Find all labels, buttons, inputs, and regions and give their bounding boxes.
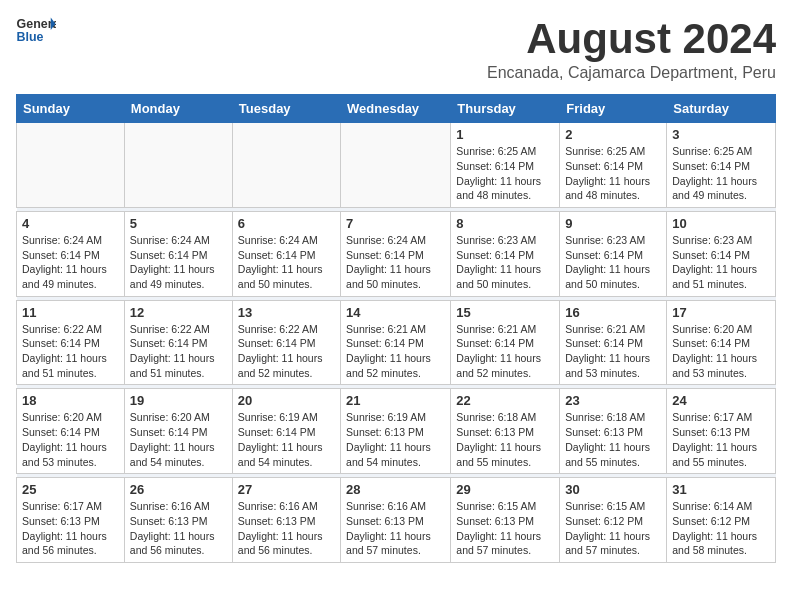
- calendar-day-20: 20Sunrise: 6:19 AM Sunset: 6:14 PM Dayli…: [232, 389, 340, 474]
- day-info: Sunrise: 6:14 AM Sunset: 6:12 PM Dayligh…: [672, 499, 770, 558]
- day-info: Sunrise: 6:18 AM Sunset: 6:13 PM Dayligh…: [565, 410, 661, 469]
- day-info: Sunrise: 6:24 AM Sunset: 6:14 PM Dayligh…: [130, 233, 227, 292]
- day-number: 3: [672, 127, 770, 142]
- day-number: 6: [238, 216, 335, 231]
- day-info: Sunrise: 6:21 AM Sunset: 6:14 PM Dayligh…: [456, 322, 554, 381]
- calendar-day-8: 8Sunrise: 6:23 AM Sunset: 6:14 PM Daylig…: [451, 211, 560, 296]
- page-header: General Blue August 2024 Encanada, Cajam…: [16, 16, 776, 82]
- calendar-empty-cell: [17, 123, 125, 208]
- day-number: 11: [22, 305, 119, 320]
- day-info: Sunrise: 6:23 AM Sunset: 6:14 PM Dayligh…: [565, 233, 661, 292]
- day-number: 16: [565, 305, 661, 320]
- day-number: 9: [565, 216, 661, 231]
- calendar-day-15: 15Sunrise: 6:21 AM Sunset: 6:14 PM Dayli…: [451, 300, 560, 385]
- calendar-day-30: 30Sunrise: 6:15 AM Sunset: 6:12 PM Dayli…: [560, 478, 667, 563]
- weekday-header-saturday: Saturday: [667, 95, 776, 123]
- calendar-week-row: 18Sunrise: 6:20 AM Sunset: 6:14 PM Dayli…: [17, 389, 776, 474]
- day-info: Sunrise: 6:22 AM Sunset: 6:14 PM Dayligh…: [238, 322, 335, 381]
- day-number: 8: [456, 216, 554, 231]
- day-number: 21: [346, 393, 445, 408]
- day-number: 27: [238, 482, 335, 497]
- day-number: 23: [565, 393, 661, 408]
- day-number: 29: [456, 482, 554, 497]
- day-info: Sunrise: 6:20 AM Sunset: 6:14 PM Dayligh…: [22, 410, 119, 469]
- day-number: 5: [130, 216, 227, 231]
- title-section: August 2024 Encanada, Cajamarca Departme…: [487, 16, 776, 82]
- calendar-day-26: 26Sunrise: 6:16 AM Sunset: 6:13 PM Dayli…: [124, 478, 232, 563]
- weekday-header-tuesday: Tuesday: [232, 95, 340, 123]
- calendar-day-3: 3Sunrise: 6:25 AM Sunset: 6:14 PM Daylig…: [667, 123, 776, 208]
- calendar-day-12: 12Sunrise: 6:22 AM Sunset: 6:14 PM Dayli…: [124, 300, 232, 385]
- day-info: Sunrise: 6:24 AM Sunset: 6:14 PM Dayligh…: [238, 233, 335, 292]
- calendar-table: SundayMondayTuesdayWednesdayThursdayFrid…: [16, 94, 776, 563]
- calendar-day-31: 31Sunrise: 6:14 AM Sunset: 6:12 PM Dayli…: [667, 478, 776, 563]
- calendar-empty-cell: [232, 123, 340, 208]
- weekday-header-row: SundayMondayTuesdayWednesdayThursdayFrid…: [17, 95, 776, 123]
- calendar-day-25: 25Sunrise: 6:17 AM Sunset: 6:13 PM Dayli…: [17, 478, 125, 563]
- day-info: Sunrise: 6:16 AM Sunset: 6:13 PM Dayligh…: [130, 499, 227, 558]
- weekday-header-thursday: Thursday: [451, 95, 560, 123]
- calendar-day-29: 29Sunrise: 6:15 AM Sunset: 6:13 PM Dayli…: [451, 478, 560, 563]
- day-info: Sunrise: 6:22 AM Sunset: 6:14 PM Dayligh…: [22, 322, 119, 381]
- day-info: Sunrise: 6:19 AM Sunset: 6:14 PM Dayligh…: [238, 410, 335, 469]
- weekday-header-sunday: Sunday: [17, 95, 125, 123]
- day-number: 13: [238, 305, 335, 320]
- calendar-day-7: 7Sunrise: 6:24 AM Sunset: 6:14 PM Daylig…: [341, 211, 451, 296]
- day-number: 20: [238, 393, 335, 408]
- calendar-day-17: 17Sunrise: 6:20 AM Sunset: 6:14 PM Dayli…: [667, 300, 776, 385]
- calendar-day-19: 19Sunrise: 6:20 AM Sunset: 6:14 PM Dayli…: [124, 389, 232, 474]
- calendar-day-18: 18Sunrise: 6:20 AM Sunset: 6:14 PM Dayli…: [17, 389, 125, 474]
- svg-text:Blue: Blue: [17, 30, 44, 44]
- calendar-week-row: 25Sunrise: 6:17 AM Sunset: 6:13 PM Dayli…: [17, 478, 776, 563]
- day-number: 12: [130, 305, 227, 320]
- day-info: Sunrise: 6:23 AM Sunset: 6:14 PM Dayligh…: [672, 233, 770, 292]
- day-info: Sunrise: 6:22 AM Sunset: 6:14 PM Dayligh…: [130, 322, 227, 381]
- weekday-header-wednesday: Wednesday: [341, 95, 451, 123]
- calendar-day-10: 10Sunrise: 6:23 AM Sunset: 6:14 PM Dayli…: [667, 211, 776, 296]
- calendar-empty-cell: [124, 123, 232, 208]
- calendar-day-4: 4Sunrise: 6:24 AM Sunset: 6:14 PM Daylig…: [17, 211, 125, 296]
- calendar-day-28: 28Sunrise: 6:16 AM Sunset: 6:13 PM Dayli…: [341, 478, 451, 563]
- day-number: 2: [565, 127, 661, 142]
- day-info: Sunrise: 6:20 AM Sunset: 6:14 PM Dayligh…: [130, 410, 227, 469]
- calendar-day-11: 11Sunrise: 6:22 AM Sunset: 6:14 PM Dayli…: [17, 300, 125, 385]
- day-info: Sunrise: 6:25 AM Sunset: 6:14 PM Dayligh…: [565, 144, 661, 203]
- weekday-header-friday: Friday: [560, 95, 667, 123]
- calendar-day-13: 13Sunrise: 6:22 AM Sunset: 6:14 PM Dayli…: [232, 300, 340, 385]
- day-info: Sunrise: 6:17 AM Sunset: 6:13 PM Dayligh…: [672, 410, 770, 469]
- logo: General Blue: [16, 16, 56, 44]
- day-number: 28: [346, 482, 445, 497]
- day-number: 25: [22, 482, 119, 497]
- weekday-header-monday: Monday: [124, 95, 232, 123]
- calendar-week-row: 4Sunrise: 6:24 AM Sunset: 6:14 PM Daylig…: [17, 211, 776, 296]
- location-subtitle: Encanada, Cajamarca Department, Peru: [487, 64, 776, 82]
- day-number: 24: [672, 393, 770, 408]
- calendar-day-16: 16Sunrise: 6:21 AM Sunset: 6:14 PM Dayli…: [560, 300, 667, 385]
- day-number: 19: [130, 393, 227, 408]
- day-number: 10: [672, 216, 770, 231]
- day-info: Sunrise: 6:17 AM Sunset: 6:13 PM Dayligh…: [22, 499, 119, 558]
- calendar-day-9: 9Sunrise: 6:23 AM Sunset: 6:14 PM Daylig…: [560, 211, 667, 296]
- calendar-day-21: 21Sunrise: 6:19 AM Sunset: 6:13 PM Dayli…: [341, 389, 451, 474]
- day-info: Sunrise: 6:24 AM Sunset: 6:14 PM Dayligh…: [346, 233, 445, 292]
- calendar-week-row: 1Sunrise: 6:25 AM Sunset: 6:14 PM Daylig…: [17, 123, 776, 208]
- day-number: 18: [22, 393, 119, 408]
- day-info: Sunrise: 6:20 AM Sunset: 6:14 PM Dayligh…: [672, 322, 770, 381]
- day-number: 4: [22, 216, 119, 231]
- day-info: Sunrise: 6:15 AM Sunset: 6:13 PM Dayligh…: [456, 499, 554, 558]
- day-info: Sunrise: 6:24 AM Sunset: 6:14 PM Dayligh…: [22, 233, 119, 292]
- day-number: 30: [565, 482, 661, 497]
- day-info: Sunrise: 6:21 AM Sunset: 6:14 PM Dayligh…: [565, 322, 661, 381]
- calendar-day-23: 23Sunrise: 6:18 AM Sunset: 6:13 PM Dayli…: [560, 389, 667, 474]
- day-number: 17: [672, 305, 770, 320]
- calendar-day-24: 24Sunrise: 6:17 AM Sunset: 6:13 PM Dayli…: [667, 389, 776, 474]
- day-info: Sunrise: 6:23 AM Sunset: 6:14 PM Dayligh…: [456, 233, 554, 292]
- day-number: 22: [456, 393, 554, 408]
- calendar-day-22: 22Sunrise: 6:18 AM Sunset: 6:13 PM Dayli…: [451, 389, 560, 474]
- calendar-day-5: 5Sunrise: 6:24 AM Sunset: 6:14 PM Daylig…: [124, 211, 232, 296]
- day-number: 1: [456, 127, 554, 142]
- calendar-day-1: 1Sunrise: 6:25 AM Sunset: 6:14 PM Daylig…: [451, 123, 560, 208]
- day-number: 31: [672, 482, 770, 497]
- day-info: Sunrise: 6:21 AM Sunset: 6:14 PM Dayligh…: [346, 322, 445, 381]
- day-number: 15: [456, 305, 554, 320]
